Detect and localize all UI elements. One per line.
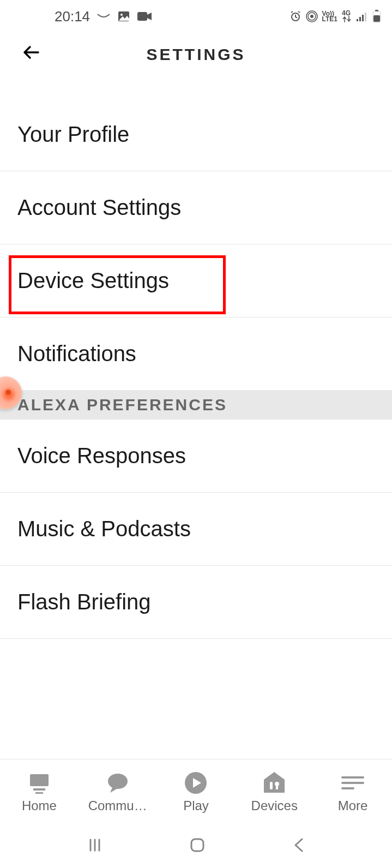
nav-item-more[interactable]: More [317, 770, 388, 813]
recents-button[interactable] [86, 836, 104, 856]
volte-indicator: Vo))LTE1 [322, 11, 337, 22]
bottom-nav: Home Commu… Play Devices More [0, 759, 392, 824]
back-arrow-icon[interactable] [22, 42, 43, 68]
svg-rect-19 [270, 782, 273, 789]
svg-rect-9 [362, 15, 364, 21]
settings-item-voice-responses[interactable]: Voice Responses [0, 420, 392, 493]
system-nav [0, 824, 392, 868]
image-icon [117, 10, 130, 23]
nav-label: Devices [251, 798, 298, 813]
app-header: SETTINGS [0, 33, 392, 76]
video-icon [137, 10, 152, 22]
nav-item-home[interactable]: Home [4, 770, 75, 813]
settings-item-notifications[interactable]: Notifications [0, 318, 392, 390]
settings-item-label: Flash Briefing [17, 590, 151, 614]
svg-rect-14 [30, 774, 49, 786]
settings-item-account-settings[interactable]: Account Settings [0, 171, 392, 244]
settings-item-your-profile[interactable]: Your Profile [0, 98, 392, 171]
settings-item-label: Music & Podcasts [17, 517, 191, 541]
back-button[interactable] [292, 836, 306, 856]
svg-rect-7 [357, 19, 358, 21]
signal-icon [356, 11, 368, 22]
svg-rect-28 [191, 839, 203, 851]
nav-label: More [338, 798, 368, 813]
section-header-alexa-preferences: ALEXA PREFERENCES [0, 390, 392, 420]
settings-item-label: Device Settings [17, 268, 169, 292]
battery-icon [372, 10, 381, 23]
home-button[interactable] [189, 836, 206, 856]
nav-label: Home [22, 798, 57, 813]
svg-point-4 [310, 15, 313, 18]
network-indicator: 4G [342, 10, 352, 23]
nav-item-play[interactable]: Play [160, 770, 231, 813]
settings-item-label: Notifications [17, 342, 136, 366]
svg-rect-24 [341, 787, 354, 789]
svg-rect-16 [35, 792, 43, 794]
nav-item-devices[interactable]: Devices [239, 770, 310, 813]
amazon-smile-icon [97, 13, 111, 20]
svg-rect-23 [341, 782, 364, 784]
hotspot-icon [306, 10, 318, 22]
settings-item-device-settings[interactable]: Device Settings [0, 244, 392, 318]
status-left: 20:14 [55, 8, 152, 25]
nav-item-communicate[interactable]: Commu… [82, 770, 153, 813]
communicate-icon [106, 770, 130, 795]
settings-item-flash-briefing[interactable]: Flash Briefing [0, 566, 392, 639]
alarm-icon [290, 10, 301, 22]
svg-point-1 [120, 14, 123, 16]
settings-list: Your Profile Account Settings Device Set… [0, 76, 392, 639]
settings-item-label: Your Profile [17, 122, 129, 146]
more-icon [339, 770, 366, 795]
page-title: SETTINGS [22, 45, 370, 64]
status-right: Vo))LTE1 4G [290, 10, 381, 23]
home-icon [27, 770, 52, 795]
svg-point-17 [108, 774, 128, 789]
svg-rect-21 [276, 785, 278, 789]
svg-rect-13 [373, 15, 380, 22]
svg-rect-8 [359, 17, 361, 21]
svg-rect-2 [137, 12, 147, 21]
status-time: 20:14 [55, 8, 90, 25]
svg-rect-10 [365, 13, 366, 21]
nav-label: Commu… [88, 798, 147, 813]
svg-rect-15 [33, 788, 45, 791]
settings-item-music-podcasts[interactable]: Music & Podcasts [0, 493, 392, 566]
svg-rect-22 [341, 776, 364, 779]
settings-item-label: Voice Responses [17, 444, 186, 468]
nav-label: Play [183, 798, 209, 813]
settings-item-label: Account Settings [17, 195, 181, 219]
status-bar: 20:14 Vo))LTE1 4G [0, 0, 392, 33]
play-icon [184, 770, 208, 795]
devices-icon [262, 770, 287, 795]
